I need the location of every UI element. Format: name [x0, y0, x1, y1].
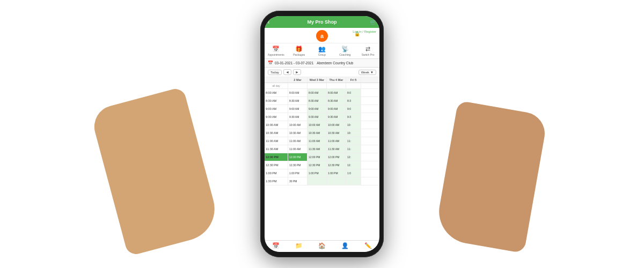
bottom-folder-icon: 📁 [295, 242, 303, 249]
allday-tue [288, 83, 308, 88]
tab-switch-pro[interactable]: ⇄ Switch Pro [356, 44, 379, 57]
time-slot-cell[interactable]: 8:3 [346, 97, 361, 105]
time-row[interactable]: 8:00 AM8:00 AM8:00 AM8:00 AM8:0 [265, 89, 379, 97]
time-slot-cell[interactable]: 9:00 AM [308, 105, 327, 113]
bottom-nav-folder[interactable]: 📁 [288, 242, 311, 250]
time-slot-cell[interactable]: 9:30 AM [327, 113, 346, 121]
time-slot-cell[interactable]: 10:00 AM [327, 121, 346, 129]
time-label: 9:00 AM [265, 105, 288, 113]
tab-group[interactable]: 👥 Group [311, 44, 334, 57]
hand-right [434, 100, 548, 254]
calendar-icon: 📅 [268, 61, 273, 65]
group-icon: 👥 [318, 46, 326, 53]
time-slot-cell[interactable]: 30 PM [288, 177, 308, 185]
allday-row: all day [265, 83, 379, 89]
time-row[interactable]: 10:00 AM10:00 AM10:00 AM10:00 AM10: [265, 121, 379, 129]
bottom-nav-calendar[interactable]: 📅 [265, 242, 288, 250]
today-button[interactable]: Today [268, 70, 282, 75]
back-button[interactable]: ‹ [268, 19, 269, 25]
time-slot-cell[interactable]: 9:00 AM [288, 105, 308, 113]
time-slot-cell[interactable]: 12:00 PM [308, 153, 327, 161]
allday-label: all day [265, 83, 288, 88]
time-slot-cell[interactable] [346, 177, 361, 185]
time-slot-cell[interactable]: 10:30 AM [288, 129, 308, 137]
time-row[interactable]: 8:30 AM8:30 AM8:30 AM8:30 AM8:3 [265, 97, 379, 105]
time-slot-cell[interactable]: 12:30 PM [288, 161, 308, 169]
time-slot-cell[interactable]: 1:0 [346, 169, 361, 177]
allday-wed [308, 83, 327, 88]
time-slot-cell[interactable]: 10: [346, 121, 361, 129]
time-slot-cell[interactable]: 8:00 AM [327, 89, 346, 96]
time-label: 1:30 PM [265, 177, 288, 185]
time-slot-cell[interactable]: 10:00 AM [308, 121, 327, 129]
bottom-nav-edit[interactable]: ✏️ [356, 242, 379, 250]
bottom-nav-person[interactable]: 👤 [333, 242, 356, 250]
time-slot-cell[interactable]: 8:0 [346, 89, 361, 96]
time-label: 8:00 AM [265, 89, 288, 96]
time-row[interactable]: 10:30 AM10:30 AM10:30 AM10:30 AM10: [265, 129, 379, 137]
time-slot-cell[interactable]: 11: [346, 145, 361, 153]
col-header-thu: Thu 4 Mar [327, 77, 346, 83]
time-slot-cell[interactable]: 12: [346, 161, 361, 169]
tab-packages[interactable]: 🎁 Packages [288, 44, 311, 57]
time-slot-cell[interactable] [308, 177, 327, 185]
time-row[interactable]: 1:00 PM1:00 PM1:00 PM1:00 PM1:0 [265, 169, 379, 177]
time-slot-cell[interactable]: 11:00 AM [288, 137, 308, 145]
time-slot-cell[interactable]: 11:00 AM [308, 137, 327, 145]
time-row[interactable]: 9:00 AM9:00 AM9:00 AM9:00 AM9:0 [265, 105, 379, 113]
time-row[interactable]: 11:30 AM11:00 AM11:30 AM11:30 AM11: [265, 145, 379, 153]
time-row[interactable]: 9:30 AM9:30 AM9:30 AM9:30 AM9:3 [265, 113, 379, 121]
time-slot-cell[interactable]: 9:30 AM [288, 113, 308, 121]
time-label: 8:30 AM [265, 97, 288, 105]
time-slot-cell[interactable]: 12:00 PM [327, 153, 346, 161]
time-slot-cell[interactable]: 8:00 AM [288, 89, 308, 96]
time-slot-cell[interactable]: 1:00 PM [308, 169, 327, 177]
week-select[interactable]: Week ▼ [358, 70, 376, 75]
time-row[interactable]: 12:30 PM12:30 PM12:30 PM12:30 PM12: [265, 161, 379, 169]
next-button[interactable]: ► [293, 69, 301, 75]
time-slot-cell[interactable] [327, 177, 346, 185]
time-slot-cell[interactable]: 12:30 PM [327, 161, 346, 169]
time-slot-cell[interactable]: 11:30 AM [327, 145, 346, 153]
hand-left [90, 86, 222, 256]
time-slot-cell[interactable]: 1:00 PM [327, 169, 346, 177]
time-slot-cell[interactable]: 10: [346, 129, 361, 137]
time-slot-cell[interactable]: 12: [346, 153, 361, 161]
date-header: 📅 03-01-2021 - 03-07-2021 Aberdeen Count… [265, 59, 379, 68]
col-headers: 2 Mar Wed 3 Mar Thu 4 Mar Fri 5 [265, 77, 379, 83]
time-label: 1:00 PM [265, 169, 288, 177]
prev-button[interactable]: ◄ [283, 69, 291, 75]
time-row[interactable]: 1:30 PM30 PM [265, 177, 379, 185]
tab-coaching[interactable]: 📡 Coaching [333, 44, 356, 57]
time-slot-cell[interactable]: 8:00 AM [308, 89, 327, 96]
tab-appointments[interactable]: 📅 Appointments [265, 44, 288, 57]
time-slot-cell[interactable]: 1:00 PM [288, 169, 308, 177]
time-slot-cell[interactable]: 10:00 AM [288, 121, 308, 129]
time-slot-cell[interactable]: 11: [346, 137, 361, 145]
time-slot-cell[interactable]: 9:0 [346, 105, 361, 113]
time-slot-cell[interactable]: 11:00 AM [288, 145, 308, 153]
time-row[interactable]: 12:00 PM12:00 PM12:00 PM12:00 PM12: [265, 153, 379, 161]
time-slot-cell[interactable]: 12:00 PM [288, 153, 308, 161]
time-slot-cell[interactable]: 10:30 AM [327, 129, 346, 137]
time-slot-cell[interactable]: 9:00 AM [327, 105, 346, 113]
login-link[interactable]: Log in / Register [353, 30, 376, 34]
time-slot-cell[interactable]: 9:3 [346, 113, 361, 121]
time-label: 11:30 AM [265, 145, 288, 153]
col-header-wed: Wed 3 Mar [308, 77, 327, 83]
appointments-icon: 📅 [272, 46, 280, 53]
time-slot-cell[interactable]: 11:00 AM [327, 137, 346, 145]
bottom-nav: 📅 📁 🏠 👤 ✏️ [265, 240, 379, 252]
bottom-nav-home[interactable]: 🏠 [311, 242, 334, 250]
time-slot-cell[interactable]: 10:30 AM [308, 129, 327, 137]
time-slot-cell[interactable]: 9:30 AM [308, 113, 327, 121]
nav-tabs: 📅 Appointments 🎁 Packages 👥 Group 📡 Coac… [265, 43, 379, 59]
time-row[interactable]: 11:00 AM11:00 AM11:00 AM11:00 AM11: [265, 137, 379, 145]
cart-icon[interactable]: 🛒 [370, 19, 376, 25]
time-slot-cell[interactable]: 11:30 AM [308, 145, 327, 153]
time-slot-cell[interactable]: 8:30 AM [308, 97, 327, 105]
time-slot-cell[interactable]: 8:30 AM [288, 97, 308, 105]
time-slot-cell[interactable]: 8:30 AM [327, 97, 346, 105]
coaching-icon: 📡 [341, 46, 349, 53]
time-slot-cell[interactable]: 12:30 PM [308, 161, 327, 169]
